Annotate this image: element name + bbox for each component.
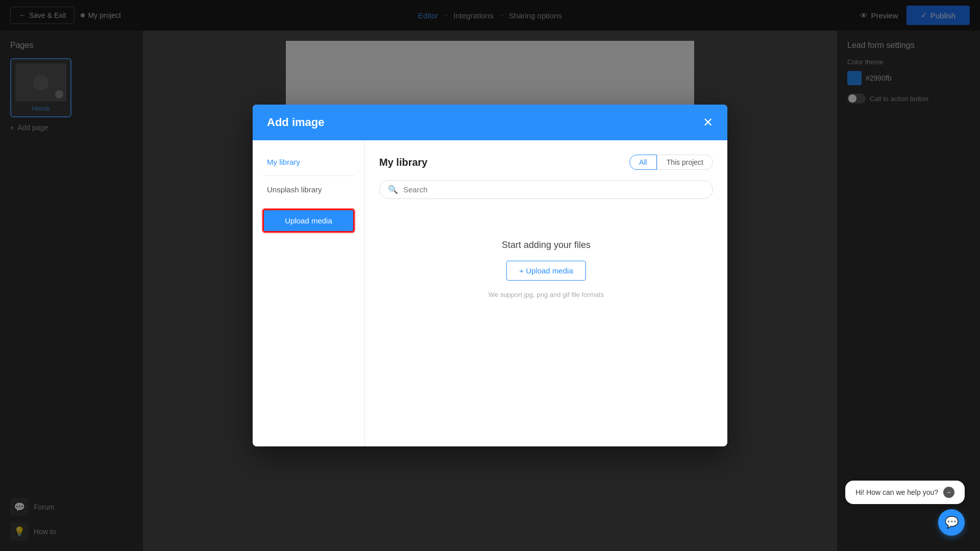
chat-message-bubble: Hi! How can we help you? − xyxy=(845,481,965,504)
sidebar-divider xyxy=(263,176,354,176)
chat-message-text: Hi! How can we help you? xyxy=(855,488,938,496)
modal-title: Add image xyxy=(267,116,324,129)
chat-close-button[interactable]: − xyxy=(943,487,954,498)
search-input[interactable] xyxy=(403,185,704,194)
modal-header: Add image ✕ xyxy=(253,105,727,140)
modal-close-button[interactable]: ✕ xyxy=(703,116,713,129)
filter-this-project-button[interactable]: This project xyxy=(657,155,713,170)
modal-body: My library Unsplash library Upload media… xyxy=(253,140,727,446)
upload-media-button[interactable]: Upload media xyxy=(263,209,354,232)
search-bar: 🔍 xyxy=(379,180,713,199)
filter-all-button[interactable]: All xyxy=(629,155,657,170)
file-format-note: We support jpg, png and gif file formats xyxy=(488,291,604,298)
content-title: My library xyxy=(379,157,427,168)
modal-content-area: My library All This project 🔍 Start addi… xyxy=(365,140,727,446)
search-icon: 🔍 xyxy=(388,185,398,194)
modal-content-header: My library All This project xyxy=(379,155,713,170)
sidebar-item-unsplash[interactable]: Unsplash library xyxy=(263,180,354,199)
sidebar-item-my-library[interactable]: My library xyxy=(263,153,354,171)
empty-state: Start adding your files + Upload media W… xyxy=(379,219,713,319)
chat-widget: Hi! How can we help you? − 💬 xyxy=(845,481,965,536)
chat-open-button[interactable]: 💬 xyxy=(938,509,965,536)
chat-icon: 💬 xyxy=(945,516,959,529)
filter-buttons: All This project xyxy=(629,155,713,170)
empty-upload-button[interactable]: + Upload media xyxy=(506,261,585,281)
add-image-modal: Add image ✕ My library Unsplash library … xyxy=(253,105,727,446)
modal-sidebar: My library Unsplash library Upload media xyxy=(253,140,365,446)
empty-state-title: Start adding your files xyxy=(502,240,591,251)
